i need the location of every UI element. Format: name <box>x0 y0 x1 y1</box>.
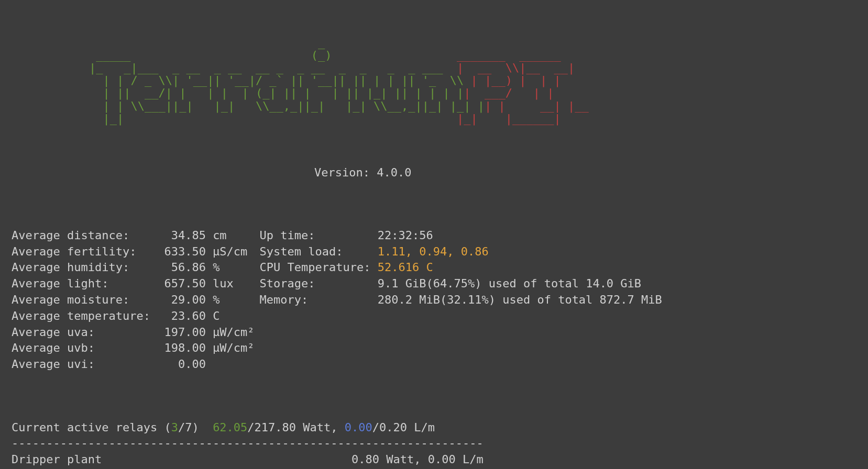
systemload-value: 1.11, 0.94, 0.86 <box>378 245 489 258</box>
light-label: Average light: <box>12 277 108 290</box>
storage-value: 9.1 GiB(64.75%) used of total 14.0 GiB <box>378 277 641 290</box>
moisture-label: Average moisture: <box>12 293 129 306</box>
light-value: 657.50 lux <box>164 277 233 290</box>
relay-row-1-name: Dripper plant <box>12 453 102 466</box>
cputemp-label: CPU Temperature: <box>260 261 371 274</box>
systemload-label: System load: <box>260 245 343 258</box>
uvb-label: Average uvb: <box>12 341 95 354</box>
uvb-value: 198.00 µW/cm² <box>164 341 254 354</box>
relays-watt-active: 62.05 <box>213 421 247 434</box>
moisture-value: 29.00 % <box>171 293 220 306</box>
relays-flow-active: 0.00 <box>345 421 372 434</box>
version-line: Version: 4.0.0 <box>314 165 868 181</box>
relays-active: 3 <box>171 421 178 434</box>
distance-value: 34.85 cm <box>171 229 227 242</box>
uvi-value: 0.00 <box>178 358 206 371</box>
storage-label: Storage: <box>260 277 315 290</box>
uptime-label: Up time: <box>260 229 315 242</box>
uptime-value: 22:32:56 <box>378 229 433 242</box>
uva-value: 197.00 µW/cm² <box>164 326 254 339</box>
memory-label: Memory: <box>260 293 309 306</box>
cputemp-value: 52.616 C <box>378 261 433 274</box>
memory-value: 280.2 MiB(32.11%) used of total 872.7 Mi… <box>378 293 662 306</box>
stats-left-column: Average distance: 34.85 cm Average ferti… <box>12 228 255 373</box>
version-value: 4.0.0 <box>377 166 411 179</box>
stats-right-column: Up time: 22:32:56 System load: 1.11, 0.9… <box>260 228 662 373</box>
ascii-logo: _ _____ (_) _______ ______ |_ _|___ _ __… <box>89 37 868 125</box>
temperature-label: Average temperature: <box>12 309 150 322</box>
uvi-label: Average uvi: <box>12 358 95 371</box>
relay-row-1-vals: 0.80 Watt, 0.00 L/m <box>351 453 484 466</box>
fertility-label: Average fertility: <box>12 245 136 258</box>
humidity-value: 56.86 % <box>171 261 220 274</box>
fertility-value: 633.50 µS/cm <box>164 245 247 258</box>
temperature-value: 23.60 C <box>171 309 220 322</box>
relays-prefix: Current active relays ( <box>12 421 171 434</box>
terminal-output: _ _____ (_) _______ ______ |_ _|___ _ __… <box>0 0 868 469</box>
relays-separator: ----------------------------------------… <box>12 437 484 450</box>
stats-grid: Average distance: 34.85 cm Average ferti… <box>0 228 868 373</box>
relays-section: Current active relays (3/7) 62.05/217.80… <box>0 420 868 469</box>
humidity-label: Average humidity: <box>12 261 129 274</box>
uva-label: Average uva: <box>12 326 95 339</box>
distance-label: Average distance: <box>12 229 129 242</box>
